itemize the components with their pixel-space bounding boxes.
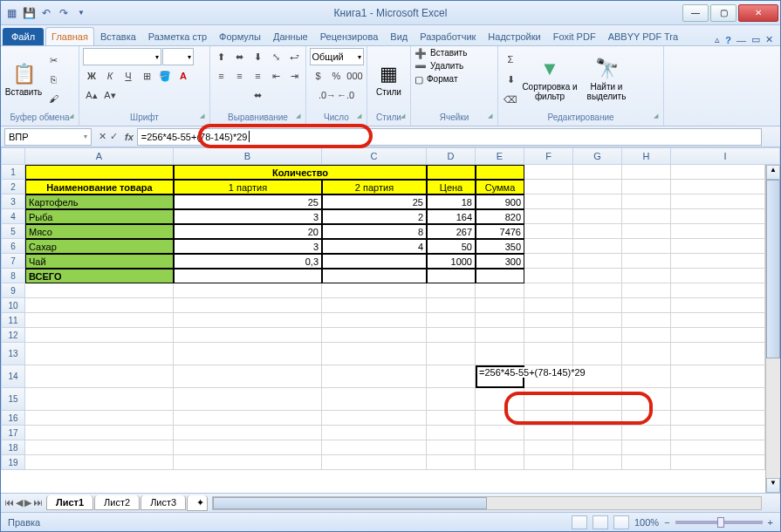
cell[interactable]: 350 — [476, 239, 524, 254]
tab-insert[interactable]: Вставка — [94, 27, 142, 45]
cell[interactable]: Чай — [25, 254, 174, 269]
cell[interactable]: 8 — [322, 224, 427, 239]
row-1[interactable]: 1 — [1, 165, 25, 180]
autosum-icon[interactable]: Σ — [502, 51, 519, 68]
row-6[interactable]: 6 — [1, 239, 25, 254]
doc-close-icon[interactable]: ✕ — [765, 34, 773, 45]
cell[interactable]: 25 — [174, 194, 322, 209]
cell[interactable] — [476, 269, 524, 283]
cell[interactable] — [524, 455, 573, 470]
cell[interactable]: Наименование товара — [25, 180, 174, 194]
cell[interactable] — [174, 269, 322, 283]
cell[interactable]: Картофель — [25, 194, 174, 209]
cell[interactable] — [524, 313, 573, 328]
cancel-formula-icon[interactable]: ✕ — [99, 131, 106, 142]
row-4[interactable]: 4 — [1, 209, 25, 224]
file-tab[interactable]: Файл — [3, 28, 44, 45]
doc-restore-icon[interactable]: ▭ — [751, 34, 760, 45]
cell[interactable] — [174, 455, 322, 470]
view-normal-button[interactable] — [572, 515, 587, 529]
cell[interactable]: Цена — [427, 180, 476, 194]
merge-button[interactable]: ⬌ — [250, 86, 266, 104]
cell[interactable] — [671, 298, 765, 313]
font-color-button[interactable]: A — [175, 67, 192, 85]
select-all-corner[interactable] — [1, 147, 25, 165]
find-select-button[interactable]: 🔭Найти и выделить — [580, 51, 633, 108]
cell[interactable] — [524, 209, 573, 224]
cell[interactable] — [524, 165, 573, 180]
cell[interactable] — [573, 298, 622, 313]
dec-decimal-icon[interactable]: ←.0 — [337, 86, 354, 104]
cell[interactable] — [671, 239, 765, 254]
col-i[interactable]: I — [671, 147, 780, 165]
cell[interactable] — [573, 283, 622, 298]
align-center-icon[interactable]: ≡ — [231, 67, 249, 85]
cell[interactable] — [322, 328, 427, 343]
tab-nav[interactable]: ⏮◀▶⏭ — [1, 497, 46, 508]
cell[interactable] — [25, 388, 174, 411]
cell[interactable] — [524, 239, 573, 254]
cell[interactable] — [622, 328, 671, 343]
tab-foxit[interactable]: Foxit PDF — [547, 27, 602, 45]
col-f[interactable]: F — [524, 147, 573, 165]
delete-cells-button[interactable]: ➖Удалить — [414, 61, 463, 72]
cell[interactable] — [524, 180, 573, 194]
cell[interactable] — [322, 343, 427, 365]
enter-formula-icon[interactable]: ✓ — [110, 131, 118, 142]
tab-view[interactable]: Вид — [384, 27, 414, 45]
cell[interactable] — [622, 254, 671, 269]
cut-icon[interactable]: ✂ — [45, 51, 62, 69]
cell[interactable] — [573, 388, 622, 411]
cell[interactable] — [427, 313, 476, 328]
wrap-text-icon[interactable]: ⮐ — [286, 48, 304, 65]
cell[interactable] — [671, 165, 765, 180]
cell[interactable] — [671, 455, 765, 470]
cell[interactable] — [25, 328, 174, 343]
cell[interactable] — [622, 426, 671, 440]
cell[interactable] — [573, 328, 622, 343]
close-button[interactable]: ✕ — [738, 4, 778, 22]
cell[interactable] — [322, 313, 427, 328]
fill-icon[interactable]: ⬇ — [502, 71, 519, 88]
cell[interactable]: 164 — [427, 209, 476, 224]
row-8[interactable]: 8 — [1, 269, 25, 283]
row-17[interactable]: 17 — [1, 426, 25, 440]
maximize-button[interactable]: ▢ — [710, 4, 736, 22]
cell[interactable]: 3 — [174, 239, 322, 254]
cell[interactable] — [573, 224, 622, 239]
cell[interactable] — [671, 283, 765, 298]
cell[interactable]: 2 — [322, 209, 427, 224]
row-10[interactable]: 10 — [1, 298, 25, 313]
cell[interactable] — [622, 313, 671, 328]
cell[interactable] — [25, 426, 174, 440]
cell[interactable] — [427, 269, 476, 283]
cell[interactable] — [524, 328, 573, 343]
cell[interactable] — [25, 165, 174, 180]
cell[interactable] — [25, 411, 174, 426]
view-layout-button[interactable] — [593, 515, 608, 529]
cell[interactable] — [671, 440, 765, 455]
cell[interactable]: 4 — [322, 239, 427, 254]
cell[interactable]: 7476 — [476, 224, 524, 239]
paste-button[interactable]: 📋Вставить — [4, 51, 43, 108]
cell[interactable] — [476, 328, 524, 343]
qat-dropdown-icon[interactable]: ▼ — [74, 6, 88, 20]
cell[interactable] — [524, 254, 573, 269]
save-icon[interactable]: 💾 — [22, 6, 36, 20]
format-cells-button[interactable]: ▢Формат — [414, 74, 458, 85]
cell[interactable] — [573, 269, 622, 283]
cell[interactable] — [174, 440, 322, 455]
cell[interactable] — [322, 440, 427, 455]
cell[interactable] — [622, 209, 671, 224]
indent-inc-icon[interactable]: ⇥ — [286, 67, 304, 85]
tab-review[interactable]: Рецензирова — [314, 27, 385, 45]
cell[interactable] — [427, 388, 476, 411]
cell[interactable] — [622, 269, 671, 283]
tab-layout[interactable]: Разметка стр — [142, 27, 213, 45]
cell[interactable]: ВСЕГО — [25, 269, 174, 283]
tab-developer[interactable]: Разработчик — [414, 27, 482, 45]
cell[interactable] — [322, 411, 427, 426]
row-3[interactable]: 3 — [1, 194, 25, 209]
cell[interactable] — [476, 283, 524, 298]
tab-data[interactable]: Данные — [267, 27, 314, 45]
